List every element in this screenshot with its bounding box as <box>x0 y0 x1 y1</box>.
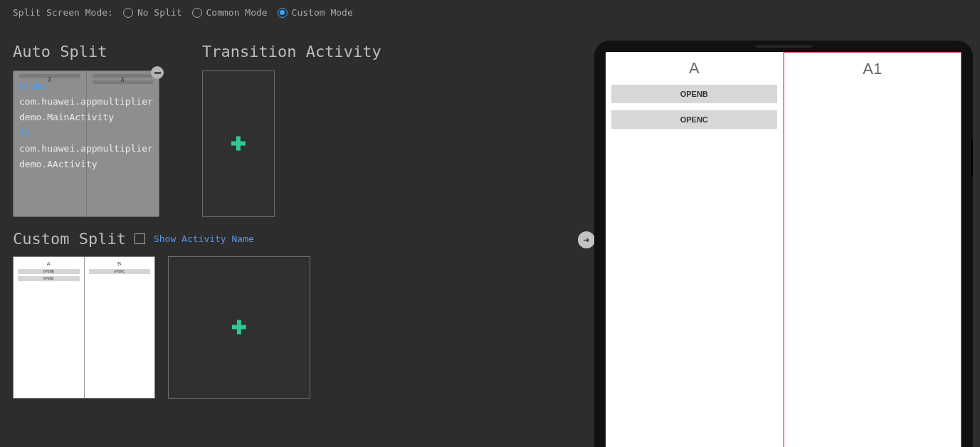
radio-label: Custom Mode <box>292 7 353 18</box>
pane-title: A1 <box>784 60 961 78</box>
mini-title: B <box>85 261 155 267</box>
radio-label: Common Mode <box>206 7 268 18</box>
preview-panel: ➔ A OPENB OPENC A1 <box>569 25 980 399</box>
to-value: com.huawei.appmultiplierdemo.AActivity <box>19 141 153 172</box>
device-notch <box>971 140 973 176</box>
preview-button-openb[interactable]: OPENB <box>611 85 777 103</box>
arrow-right-icon: ➔ <box>583 233 589 246</box>
custom-split-card[interactable]: A OPENB OPENC B OPENC <box>13 256 155 399</box>
config-panel: Auto Split X A From: com.huawei.appmulti… <box>0 25 569 399</box>
expand-preview-button[interactable]: ➔ <box>578 231 595 248</box>
radio-no-split[interactable]: No Split <box>123 7 182 18</box>
add-custom-split[interactable]: ✚ <box>168 256 310 399</box>
custom-card-left: A OPENB OPENC <box>14 257 85 398</box>
split-mode-label: Split Screen Mode: <box>13 7 113 18</box>
radio-custom-mode[interactable]: Custom Mode <box>278 7 353 18</box>
device-screen: A OPENB OPENC A1 <box>606 52 961 447</box>
mini-title: A <box>14 261 84 267</box>
mini-button: OPENB <box>18 269 80 274</box>
radio-label: No Split <box>137 7 182 18</box>
auto-split-heading: Auto Split <box>13 43 159 61</box>
radio-icon <box>123 8 133 18</box>
plus-icon: ✚ <box>231 318 247 337</box>
mini-button: OPENC <box>18 276 80 281</box>
add-transition-activity[interactable]: ✚ <box>202 70 275 217</box>
mini-button: OPENC <box>89 269 151 274</box>
preview-button-openc[interactable]: OPENC <box>611 110 777 129</box>
pane-title: A <box>606 59 783 78</box>
from-label: From: <box>19 78 153 94</box>
radio-icon-selected <box>278 8 288 18</box>
custom-split-heading: Custom Split <box>13 230 126 248</box>
remove-button[interactable] <box>151 66 164 79</box>
radio-common-mode[interactable]: Common Mode <box>192 7 268 18</box>
from-value: com.huawei.appmultiplierdemo.MainActivit… <box>19 94 153 125</box>
show-activity-name-checkbox[interactable] <box>135 233 145 244</box>
split-mode-toolbar: Split Screen Mode: No Split Common Mode … <box>0 0 980 25</box>
show-activity-name-label[interactable]: Show Activity Name <box>154 233 254 244</box>
custom-card-right: B OPENC <box>85 257 155 398</box>
screen-pane-a1-selected[interactable]: A1 <box>784 52 962 447</box>
transition-activity-heading: Transition Activity <box>202 43 381 61</box>
auto-split-card[interactable]: X A From: com.huawei.appmultiplierdemo.M… <box>13 70 159 217</box>
screen-pane-a: A OPENB OPENC <box>606 52 784 447</box>
device-frame: A OPENB OPENC A1 <box>594 41 973 447</box>
to-label: To: <box>19 125 153 141</box>
radio-icon <box>192 8 202 18</box>
plus-icon: ✚ <box>231 135 246 153</box>
